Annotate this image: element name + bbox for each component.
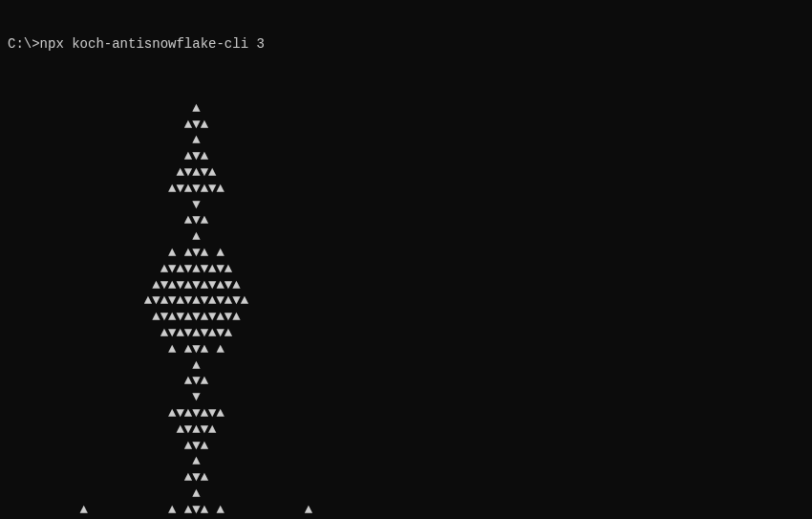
terminal-window[interactable]: C:\>npx koch-antisnowflake-cli 3 ▲ ▲▼▲ ▲… — [0, 0, 812, 519]
command-output: ▲ ▲▼▲ ▲ ▲▼▲ ▲▼▲▼▲ ▲▼▲▼▲▼▲ ▼ ▲▼▲ — [8, 84, 804, 519]
entered-command: npx koch-antisnowflake-cli 3 — [40, 36, 265, 52]
prompt-1: C:\> — [8, 36, 40, 52]
command-line-1: C:\>npx koch-antisnowflake-cli 3 — [8, 36, 804, 53]
